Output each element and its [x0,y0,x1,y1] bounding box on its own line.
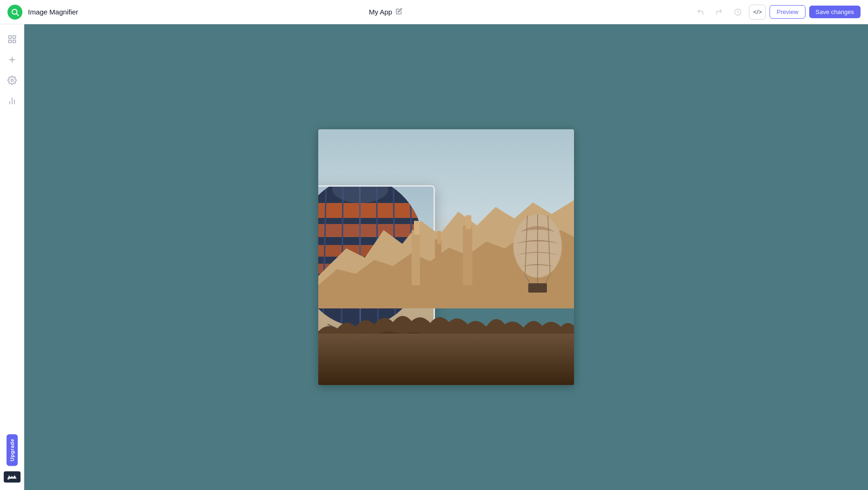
svg-rect-5 [8,40,11,43]
svg-rect-19 [466,215,471,229]
topbar: Image Magnifier My App [0,0,868,24]
app-name: Image Magnifier [28,8,78,16]
svg-rect-27 [528,283,547,293]
ground-layer [318,334,574,385]
background-balloon-small [511,211,565,295]
svg-rect-15 [414,221,420,235]
sidebar-item-settings[interactable] [3,71,21,90]
save-changes-button[interactable]: Save changes [809,6,861,18]
brand-icon [4,471,21,483]
svg-rect-6 [13,40,15,43]
sidebar-item-analytics[interactable] [3,91,21,110]
preview-button[interactable]: Preview [770,5,805,19]
svg-point-13 [7,477,9,479]
sidebar: Upgrade [0,24,24,490]
code-button[interactable]: </> [749,5,766,20]
app-title: My App [369,8,392,16]
svg-rect-18 [463,225,472,285]
main-layout: Upgrade [0,24,868,490]
svg-rect-14 [412,230,420,285]
undo-button[interactable] [693,5,708,20]
svg-rect-4 [13,36,15,39]
svg-point-9 [11,79,13,82]
main-image [318,129,574,385]
canvas-area[interactable] [24,24,868,490]
history-button[interactable] [730,5,745,20]
topbar-actions: </> Preview Save changes [693,5,861,20]
topbar-center: My App [84,8,688,16]
svg-rect-16 [435,239,441,286]
sidebar-item-pages[interactable] [3,30,21,49]
upgrade-button[interactable]: Upgrade [7,434,18,466]
sidebar-item-elements[interactable] [3,50,21,69]
svg-rect-17 [437,231,441,244]
redo-button[interactable] [712,5,727,20]
edit-title-icon[interactable] [396,8,402,16]
app-logo [7,5,22,20]
svg-rect-3 [8,36,11,39]
svg-line-1 [16,14,18,15]
